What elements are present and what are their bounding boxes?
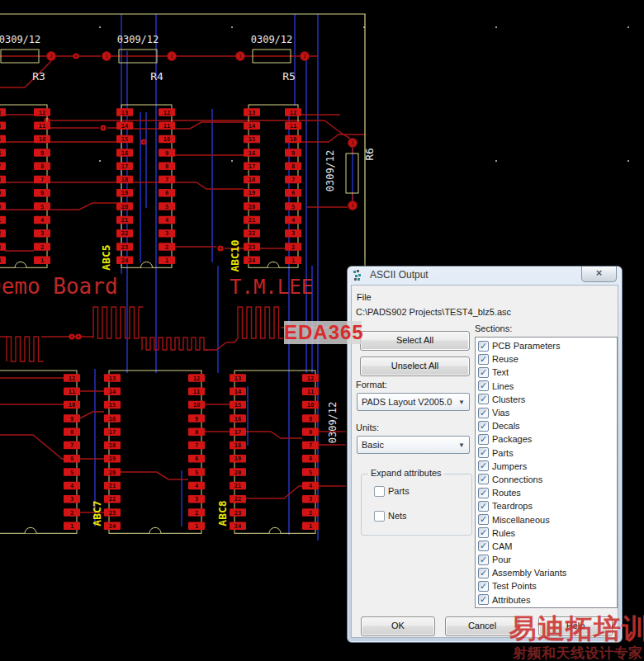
svg-text:15: 15: [249, 136, 255, 143]
svg-text:2: 2: [170, 53, 173, 59]
svg-text:9: 9: [291, 150, 295, 157]
svg-text:20: 20: [109, 470, 116, 476]
section-checkbox[interactable]: ✓: [478, 541, 489, 551]
svg-text:R5: R5: [282, 70, 296, 83]
svg-text:R4: R4: [150, 70, 163, 83]
svg-text:22: 22: [121, 230, 128, 237]
select-all-button[interactable]: Select All: [360, 331, 470, 351]
close-button[interactable]: ×: [581, 267, 617, 282]
svg-text:11: 11: [163, 123, 170, 130]
expand-option-item[interactable]: Parts: [374, 484, 410, 498]
units-label: Units:: [356, 423, 379, 432]
svg-text:24: 24: [121, 257, 128, 264]
section-item[interactable]: ✓Miscellaneous: [478, 512, 617, 526]
section-label: Assembly Variants: [492, 568, 566, 578]
section-label: Routes: [492, 488, 521, 498]
svg-text:8: 8: [291, 163, 295, 170]
section-checkbox[interactable]: ✓: [478, 434, 489, 445]
section-label: Parts: [492, 448, 514, 458]
section-checkbox[interactable]: ✓: [478, 408, 489, 418]
expand-option-checkbox[interactable]: [374, 486, 385, 497]
svg-text:24: 24: [0, 257, 1, 264]
svg-text:6: 6: [291, 190, 295, 196]
section-item[interactable]: ✓Teardrops: [478, 499, 617, 512]
svg-text:1: 1: [309, 523, 312, 530]
section-checkbox[interactable]: ✓: [478, 341, 489, 352]
svg-text:19: 19: [109, 456, 116, 462]
section-checkbox[interactable]: ✓: [478, 514, 489, 525]
section-checkbox[interactable]: ✓: [478, 474, 489, 484]
svg-text:15: 15: [0, 136, 1, 143]
format-dropdown[interactable]: PADS Layout V2005.0 ▼: [357, 393, 470, 411]
section-item[interactable]: ✓Connections: [478, 473, 617, 486]
section-checkbox[interactable]: ✓: [478, 447, 489, 458]
section-checkbox[interactable]: ✓: [478, 555, 489, 565]
format-label: Format:: [356, 380, 387, 390]
svg-text:10: 10: [163, 136, 170, 143]
section-item[interactable]: ✓Rules: [478, 526, 617, 540]
resistor-r4: 120309/12R4: [102, 34, 177, 83]
section-item[interactable]: ✓Clusters: [478, 393, 617, 406]
svg-text:17: 17: [249, 163, 255, 170]
section-checkbox[interactable]: ✓: [478, 501, 489, 512]
sections-listbox[interactable]: ✓PCB Parameters✓Reuse✓Text✓Lines✓Cluster…: [475, 337, 618, 608]
section-item[interactable]: ✓PCB Parameters: [478, 339, 617, 352]
svg-text:11: 11: [290, 123, 296, 130]
section-checkbox[interactable]: ✓: [478, 488, 489, 498]
section-checkbox[interactable]: ✓: [478, 367, 489, 378]
svg-text:10: 10: [193, 402, 200, 408]
brand-watermark: 易迪拓培训: [509, 611, 644, 648]
ok-button[interactable]: OK: [361, 616, 435, 636]
section-label: Clusters: [492, 394, 525, 404]
section-item[interactable]: ✓Packages: [478, 432, 617, 446]
expand-option-checkbox[interactable]: [374, 511, 385, 522]
section-label: Packages: [492, 434, 532, 444]
svg-text:24: 24: [249, 257, 255, 264]
section-checkbox[interactable]: ✓: [478, 594, 489, 605]
section-item[interactable]: ✓Text: [478, 366, 617, 379]
section-checkbox[interactable]: ✓: [478, 421, 489, 432]
svg-text:8: 8: [165, 163, 168, 170]
svg-text:7: 7: [291, 177, 295, 183]
section-checkbox[interactable]: ✓: [478, 394, 489, 404]
units-dropdown[interactable]: Basic ▼: [357, 436, 470, 454]
svg-text:9: 9: [309, 416, 312, 423]
unselect-all-button[interactable]: Unselect All: [360, 356, 470, 376]
svg-text:2: 2: [303, 53, 306, 59]
section-item[interactable]: ✓Decals: [478, 419, 617, 432]
resistor-r3: 120309/12R3: [0, 34, 56, 83]
dialog-titlebar[interactable]: ASCII Output ×: [348, 267, 622, 285]
svg-text:18: 18: [0, 177, 1, 183]
section-item[interactable]: ✓Reuse: [478, 352, 617, 366]
svg-text:2: 2: [70, 510, 73, 517]
section-label: Decals: [492, 421, 520, 431]
section-item[interactable]: ✓CAM: [478, 540, 617, 553]
svg-text:13: 13: [234, 375, 241, 382]
section-label: Connections: [492, 475, 542, 484]
section-item[interactable]: ✓Routes: [478, 486, 617, 499]
svg-text:10: 10: [69, 402, 75, 408]
section-item[interactable]: ✓Assembly Variants: [478, 566, 617, 579]
section-item[interactable]: ✓Jumpers: [478, 460, 617, 473]
svg-text:ABC8: ABC8: [216, 500, 229, 526]
svg-text:5: 5: [165, 204, 168, 210]
section-checkbox[interactable]: ✓: [478, 460, 489, 471]
section-item[interactable]: ✓Test Points: [478, 579, 617, 593]
section-item[interactable]: ✓Lines: [478, 380, 617, 393]
section-item[interactable]: ✓Attributes: [478, 593, 617, 607]
section-checkbox[interactable]: ✓: [478, 581, 489, 592]
section-item[interactable]: ✓Pour: [478, 553, 617, 566]
expand-option-item[interactable]: Nets: [374, 509, 407, 522]
svg-text:1: 1: [70, 523, 73, 530]
section-item[interactable]: ✓Vias: [478, 406, 617, 419]
section-item[interactable]: ✓Parts: [478, 446, 617, 460]
section-checkbox[interactable]: ✓: [478, 354, 489, 365]
svg-text:7: 7: [40, 177, 44, 183]
section-label: Attributes: [492, 595, 530, 605]
screen: 1312141115101691781871962052142232322411…: [0, 0, 644, 661]
section-checkbox[interactable]: ✓: [478, 568, 489, 578]
section-checkbox[interactable]: ✓: [478, 527, 489, 538]
svg-text:20: 20: [121, 204, 128, 210]
section-checkbox[interactable]: ✓: [478, 380, 489, 391]
cancel-button[interactable]: Cancel: [445, 616, 519, 636]
